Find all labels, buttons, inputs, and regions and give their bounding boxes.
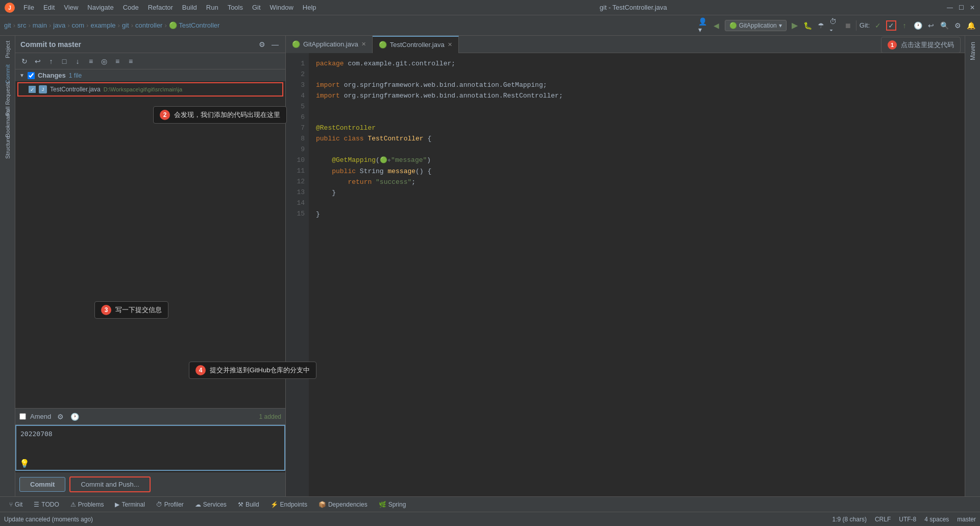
amend-settings-icon[interactable]: ⚙ — [55, 412, 65, 422]
back-icon[interactable]: ◀ — [712, 20, 722, 31]
bottom-tab-terminal[interactable]: ▶ Terminal — [110, 499, 150, 510]
git-commit-icon[interactable]: ✓ — [886, 20, 896, 31]
tab-testcontroller-close[interactable]: ✕ — [448, 41, 452, 48]
status-indent[interactable]: 4 spaces — [924, 516, 949, 523]
dependencies-tab-label: Dependencies — [328, 501, 368, 508]
amend-history-icon[interactable]: 🕐 — [69, 412, 80, 422]
problems-tab-icon: ⚠ — [70, 501, 76, 508]
bottom-tab-dependencies[interactable]: 📦 Dependencies — [313, 499, 373, 510]
expand-icon[interactable]: □ — [59, 56, 69, 66]
menu-view[interactable]: View — [60, 3, 82, 12]
breadcrumb-main[interactable]: main — [33, 21, 47, 29]
minimize-button[interactable]: — — [946, 4, 953, 11]
git-app-dropdown-icon: ▾ — [779, 22, 782, 29]
git-app-button[interactable]: 🟢 GitApplication ▾ — [725, 20, 787, 31]
shelve-icon[interactable]: ↑ — [46, 56, 56, 66]
bottom-tab-spring[interactable]: 🌿 Spring — [374, 499, 411, 510]
diff-icon[interactable]: ◎ — [99, 56, 109, 66]
file-item[interactable]: ✓ J TestController.java D:\Workspace\git… — [17, 82, 283, 97]
file-checkbox[interactable]: ✓ — [29, 86, 36, 93]
menu-refactor[interactable]: Refactor — [144, 3, 177, 12]
menu-edit[interactable]: Edit — [39, 3, 59, 12]
bottom-tab-endpoints[interactable]: ⚡ Endpoints — [265, 499, 312, 510]
main-layout: Project Commit Pull Requests Bookmarks S… — [0, 36, 980, 496]
tab-testcontroller-icon: 🟢 — [379, 41, 387, 49]
filter-icon[interactable]: ≡ — [112, 56, 122, 66]
menu-file[interactable]: File — [19, 3, 38, 12]
profile-icon[interactable]: ⏱▾ — [829, 20, 840, 31]
changes-checkbox[interactable] — [28, 72, 35, 79]
search-icon[interactable]: 🔍 — [939, 20, 949, 31]
revert-icon[interactable]: ↩ — [33, 56, 43, 66]
sidebar-project[interactable]: Project — [1, 43, 14, 56]
maven-label[interactable]: Maven — [969, 42, 976, 60]
settings-icon[interactable]: ⚙ — [952, 20, 963, 31]
menu-help[interactable]: Help — [299, 3, 321, 12]
sidebar-structure[interactable]: Structure — [1, 141, 14, 154]
git-tab-icon: ⑂ — [9, 501, 13, 508]
amend-label: Amend — [30, 413, 51, 420]
close-button[interactable]: ✕ — [969, 4, 976, 11]
tab-gitapplication-label: GitApplication.java — [303, 40, 358, 48]
run-icon[interactable]: ▶ — [790, 20, 800, 31]
breadcrumb-src[interactable]: src — [17, 21, 26, 29]
vcs-icon[interactable]: 👤▾ — [698, 20, 708, 31]
menu-navigate[interactable]: Navigate — [83, 3, 117, 12]
git-check-icon[interactable]: ✓ — [873, 20, 883, 31]
menu-tools[interactable]: Tools — [224, 3, 247, 12]
refresh-icon[interactable]: ↻ — [19, 56, 30, 66]
bottom-tab-services[interactable]: ☁ Services — [190, 499, 232, 510]
breadcrumb-git2[interactable]: git — [122, 21, 129, 29]
maximize-button[interactable]: ☐ — [958, 4, 965, 11]
menu-window[interactable]: Window — [266, 3, 298, 12]
git-push-icon[interactable]: ↑ — [899, 20, 910, 31]
changes-header[interactable]: ▼ Changes 1 file — [15, 69, 285, 81]
menu-git[interactable]: Git — [248, 3, 265, 12]
collapse-icon[interactable]: ↓ — [72, 56, 83, 66]
more-icon[interactable]: ≡ — [126, 56, 136, 66]
commit-and-push-button[interactable]: Commit and Push... — [69, 476, 150, 492]
bottom-tab-todo[interactable]: ☰ TODO — [29, 499, 64, 510]
sidebar-pullrequests[interactable]: Pull Requests — [1, 92, 14, 105]
amend-checkbox[interactable] — [19, 413, 26, 420]
tab-gitapplication-close[interactable]: ✕ — [361, 41, 366, 47]
git-history-icon[interactable]: 🕐 — [913, 20, 923, 31]
menu-code[interactable]: Code — [119, 3, 143, 12]
file-path: D:\Workspace\git\git\src\main\ja — [104, 86, 182, 92]
debug-icon[interactable]: 🐛 — [803, 20, 813, 31]
breadcrumb-file[interactable]: 🟢 TestController — [169, 21, 220, 29]
notifications-icon[interactable]: 🔔 — [966, 20, 976, 31]
tab-gitapplication[interactable]: 🟢 GitApplication.java ✕ — [286, 36, 373, 53]
bottom-tab-git[interactable]: ⑂ Git — [4, 499, 28, 510]
commit-button[interactable]: Commit — [19, 477, 65, 492]
notif-text: 点击这里提交代码 — [901, 40, 954, 50]
breadcrumb-example[interactable]: example — [90, 21, 115, 29]
breadcrumb-com[interactable]: com — [72, 21, 85, 29]
tab-testcontroller[interactable]: 🟢 TestController.java ✕ — [373, 36, 459, 53]
menu-run[interactable]: Run — [202, 3, 223, 12]
status-branch[interactable]: master — [957, 516, 976, 523]
bottom-tab-build[interactable]: ⚒ Build — [233, 499, 264, 510]
code-editor[interactable]: package com.example.git.controller; impo… — [309, 53, 965, 496]
group-icon[interactable]: ≡ — [86, 56, 96, 66]
status-position[interactable]: 1:9 (8 chars) — [832, 516, 867, 523]
breadcrumb-controller[interactable]: controller — [135, 21, 162, 29]
commit-message-input[interactable]: 20220708 — [15, 425, 285, 471]
editor-tabs: 🟢 GitApplication.java ✕ 🟢 TestController… — [286, 36, 965, 53]
changes-section: ▼ Changes 1 file ✓ J TestController.java… — [15, 69, 285, 408]
main-toolbar: git › src › main › java › com › example … — [0, 15, 980, 36]
panel-settings-icon[interactable]: ⚙ — [257, 39, 267, 50]
breadcrumb-git[interactable]: git — [4, 21, 11, 29]
stop-icon[interactable]: ⏹ — [843, 20, 853, 31]
status-linesep[interactable]: CRLF — [875, 516, 891, 523]
breadcrumb-java[interactable]: java — [53, 21, 65, 29]
coverage-icon[interactable]: ☂ — [816, 20, 826, 31]
sidebar-commit[interactable]: Commit — [1, 67, 14, 81]
menu-build[interactable]: Build — [178, 3, 201, 12]
sidebar-bookmarks[interactable]: Bookmarks — [1, 116, 14, 130]
git-revert-icon[interactable]: ↩ — [926, 20, 936, 31]
bottom-tab-problems[interactable]: ⚠ Problems — [65, 499, 109, 510]
bottom-tab-profiler[interactable]: ⏱ Profiler — [151, 499, 189, 510]
status-encoding[interactable]: UTF-8 — [899, 516, 916, 523]
panel-minimize-icon[interactable]: — — [270, 39, 280, 50]
